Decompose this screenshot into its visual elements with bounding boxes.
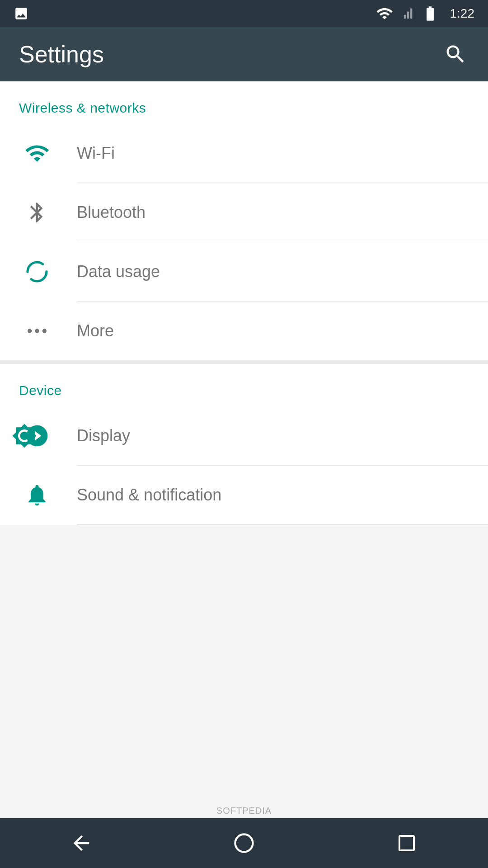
data-usage-icon [19, 259, 55, 284]
nav-bar [0, 818, 488, 868]
wifi-icon [19, 141, 55, 166]
bluetooth-item[interactable]: Bluetooth [0, 183, 488, 242]
bluetooth-icon [19, 200, 55, 225]
bluetooth-label: Bluetooth [77, 203, 145, 222]
recents-button[interactable] [389, 825, 425, 861]
wireless-section-header: Wireless & networks [0, 81, 488, 124]
back-button[interactable] [63, 825, 99, 861]
svg-point-2 [35, 329, 39, 333]
battery-icon [421, 5, 439, 22]
page-title: Settings [19, 41, 104, 68]
data-usage-item[interactable]: Data usage [0, 242, 488, 301]
gallery-icon [14, 6, 29, 21]
more-icon [19, 318, 55, 344]
svg-point-4 [235, 835, 253, 852]
watermark: SOFTPEDIA [0, 806, 488, 816]
sound-divider [77, 524, 488, 525]
svg-point-1 [28, 329, 32, 333]
sound-item[interactable]: Sound & notification [0, 466, 488, 524]
sound-label: Sound & notification [77, 486, 221, 505]
wifi-label: Wi-Fi [77, 144, 115, 163]
device-section: Device Display [0, 364, 488, 525]
display-item[interactable]: Display [0, 406, 488, 465]
status-bar: 1:22 [0, 0, 488, 27]
more-item[interactable]: More [0, 302, 488, 360]
wifi-status-icon [376, 5, 393, 22]
more-label: More [77, 321, 114, 340]
signal-icon [399, 5, 415, 22]
svg-point-3 [42, 329, 47, 333]
wifi-item[interactable]: Wi-Fi [0, 124, 488, 183]
sound-icon [19, 482, 55, 508]
status-time: 1:22 [450, 6, 475, 21]
device-section-header: Device [0, 364, 488, 406]
settings-content: Wireless & networks Wi-Fi Bluetooth [0, 81, 488, 525]
home-button[interactable] [226, 825, 262, 861]
app-bar: Settings [0, 27, 488, 81]
search-icon [444, 42, 467, 66]
search-button[interactable] [442, 41, 469, 68]
display-icon [19, 423, 55, 448]
svg-point-0 [28, 262, 47, 281]
section-divider [0, 360, 488, 364]
svg-rect-5 [399, 836, 414, 850]
data-usage-label: Data usage [77, 262, 160, 281]
display-label: Display [77, 426, 130, 445]
wireless-section: Wireless & networks Wi-Fi Bluetooth [0, 81, 488, 360]
